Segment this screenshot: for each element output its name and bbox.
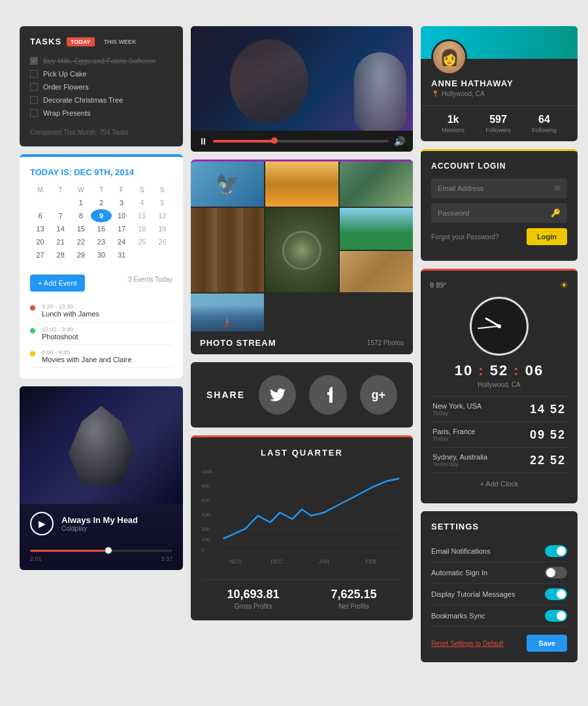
chart-gross-value: 10,693.81 xyxy=(227,588,279,601)
cal-day[interactable]: 13 xyxy=(30,222,50,235)
cal-day[interactable]: 22 xyxy=(71,235,91,248)
photo-cell[interactable] xyxy=(265,161,338,207)
cal-day[interactable]: 30 xyxy=(91,248,111,261)
photo-cell[interactable] xyxy=(340,208,413,249)
forgot-password-link[interactable]: Forgot your Password? xyxy=(431,233,498,241)
cal-day[interactable]: 21 xyxy=(50,235,71,248)
profile-location: 📍 Hollywood, CA xyxy=(431,90,567,97)
cal-day[interactable]: 18 xyxy=(132,222,152,235)
share-google-button[interactable]: g+ xyxy=(360,375,397,414)
cal-day[interactable]: 9 xyxy=(91,209,111,222)
cal-day[interactable]: 16 xyxy=(91,222,111,235)
cal-day[interactable]: 17 xyxy=(112,222,132,235)
cal-day[interactable] xyxy=(30,196,50,209)
cal-day[interactable] xyxy=(50,196,71,209)
settings-footer: Reset Settings to Default Save xyxy=(431,635,567,652)
cal-day[interactable]: 28 xyxy=(50,248,71,261)
task-checkbox[interactable] xyxy=(30,57,38,65)
music-title: Always In My Head xyxy=(61,515,138,525)
cal-header: T xyxy=(50,184,71,196)
cal-day[interactable]: 8 xyxy=(71,209,91,222)
cal-day[interactable]: 5 xyxy=(152,196,172,209)
tutorial-messages-toggle[interactable] xyxy=(545,588,567,600)
music-play-button[interactable]: ▶ xyxy=(30,512,54,535)
cal-header: T xyxy=(91,184,111,196)
task-item[interactable]: Pick Up Cake xyxy=(30,67,172,80)
cal-day[interactable] xyxy=(132,248,152,261)
music-artist: Coldplay xyxy=(61,525,138,532)
chart-net-label: Net Profits xyxy=(331,603,376,610)
photo-cell[interactable] xyxy=(265,208,338,292)
photo-stream-widget: 🦅 xyxy=(191,160,413,354)
task-checkbox[interactable] xyxy=(30,109,38,117)
music-progress-thumb[interactable] xyxy=(105,547,112,554)
cal-day[interactable]: 20 xyxy=(30,235,50,248)
video-progress-thumb[interactable] xyxy=(271,137,278,144)
photo-cell[interactable] xyxy=(340,161,413,207)
photo-cell[interactable] xyxy=(340,251,413,292)
video-progress-bar[interactable] xyxy=(213,140,389,143)
task-item[interactable]: Decorate Christmas Tree xyxy=(30,93,172,107)
task-item[interactable]: Order Flowers xyxy=(30,80,172,93)
cal-day[interactable]: 23 xyxy=(91,235,111,248)
cal-day[interactable]: 14 xyxy=(50,222,71,235)
tasks-badge-week[interactable]: THIS WEEK xyxy=(100,37,140,46)
clock-temperature: θ 89° xyxy=(430,281,447,289)
cal-day[interactable]: 24 xyxy=(112,235,132,248)
cal-day[interactable] xyxy=(152,248,172,261)
cal-day[interactable]: 29 xyxy=(71,248,91,261)
cal-day[interactable]: 11 xyxy=(132,209,152,222)
photo-cell[interactable] xyxy=(191,208,264,292)
lock-icon: 🔑 xyxy=(551,209,561,218)
event-time: 12:00 - 3:00 xyxy=(42,326,78,333)
video-play-button[interactable]: ⏸ xyxy=(199,136,208,146)
cal-day[interactable]: 12 xyxy=(152,209,172,222)
add-event-button[interactable]: + Add Event xyxy=(30,275,85,292)
password-field[interactable]: Password 🔑 xyxy=(431,203,567,223)
save-button[interactable]: Save xyxy=(527,635,567,652)
login-button[interactable]: Login xyxy=(527,228,567,245)
task-checkbox[interactable] xyxy=(30,83,38,91)
cal-day[interactable]: 10 xyxy=(112,209,132,222)
task-checkbox[interactable] xyxy=(30,70,38,78)
task-checkbox[interactable] xyxy=(30,96,38,104)
cal-header: M xyxy=(30,184,50,196)
chart-net-value: 7,625.15 xyxy=(331,588,376,601)
cal-day[interactable]: 4 xyxy=(132,196,152,209)
clock-widget: θ 89° ☀ 10 : 52 : 06 Hollywood, CA New Y… xyxy=(421,269,578,503)
cal-day[interactable]: 1 xyxy=(71,196,91,209)
cal-day[interactable]: 31 xyxy=(112,248,132,261)
photo-cell[interactable]: 🦅 xyxy=(191,161,264,207)
stat-followers: 597 Followers xyxy=(485,114,511,133)
cal-day[interactable]: 3 xyxy=(112,196,132,209)
cal-day[interactable]: 26 xyxy=(152,235,172,248)
photo-cell[interactable]: 🗼 xyxy=(191,294,264,331)
volume-icon[interactable]: 🔊 xyxy=(394,136,405,146)
share-twitter-button[interactable] xyxy=(259,375,296,414)
add-clock-button[interactable]: + Add Clock xyxy=(430,473,568,494)
reset-settings-link[interactable]: Reset Settings to Default xyxy=(431,640,504,647)
tasks-widget: TASKS TODAY THIS WEEK Buy Milk, Eggs and… xyxy=(20,26,183,146)
email-notifications-toggle[interactable] xyxy=(545,545,567,557)
cal-day[interactable]: 6 xyxy=(30,209,50,222)
cal-day[interactable]: 15 xyxy=(71,222,91,235)
toggle-thumb xyxy=(557,546,566,556)
music-progress-bar[interactable] xyxy=(30,550,172,552)
avatar-image: 👩 xyxy=(433,41,465,73)
stat-missions: 1k Missions xyxy=(442,114,465,133)
bookmarks-sync-toggle[interactable] xyxy=(545,610,567,622)
toggle-thumb xyxy=(557,590,566,599)
cal-day[interactable]: 19 xyxy=(152,222,172,235)
cal-day[interactable]: 27 xyxy=(30,248,50,261)
cal-day[interactable]: 7 xyxy=(50,209,71,222)
cal-day[interactable]: 25 xyxy=(132,235,152,248)
tasks-badge-today[interactable]: TODAY xyxy=(67,37,95,46)
cal-day[interactable]: 2 xyxy=(91,196,111,209)
email-field[interactable]: Email Address ✉ xyxy=(431,178,567,198)
task-item[interactable]: Buy Milk, Eggs and Fabric Softener xyxy=(30,54,172,67)
task-item[interactable]: Wrap Presents xyxy=(30,107,172,120)
share-facebook-button[interactable] xyxy=(309,375,346,414)
auto-signin-toggle[interactable] xyxy=(545,567,567,579)
chart-area: 100K 80K 60K 40K 20K 10K 0 xyxy=(201,467,402,571)
svg-text:10K: 10K xyxy=(201,537,210,543)
